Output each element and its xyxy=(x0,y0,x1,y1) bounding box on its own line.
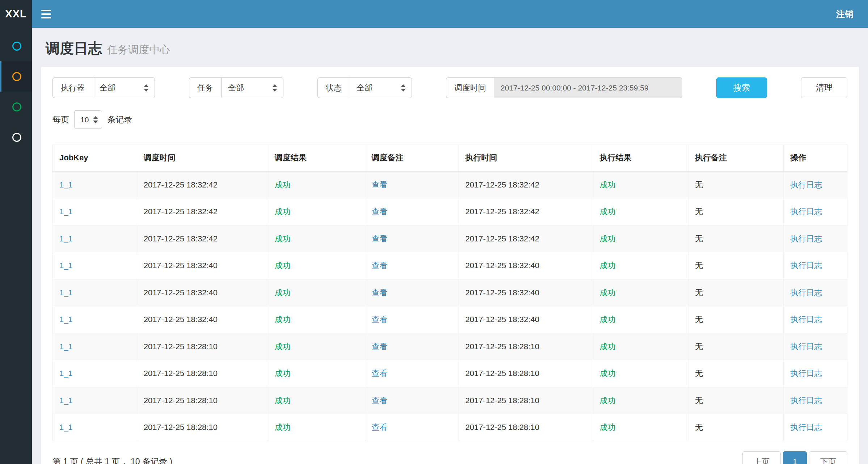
table-row: 1_1 2017-12-25 18:32:42 成功 查看 2017-12-25… xyxy=(53,225,847,252)
logout-link[interactable]: 注销 xyxy=(836,8,854,20)
trigger-msg-link[interactable]: 查看 xyxy=(372,396,388,405)
trigger-time-cell: 2017-12-25 18:32:40 xyxy=(137,252,268,279)
exec-log-link[interactable]: 执行日志 xyxy=(790,315,822,324)
col-handle-time: 执行时间 xyxy=(459,144,593,172)
trigger-msg-link[interactable]: 查看 xyxy=(372,423,388,432)
table-footer: 第 1 页 ( 总共 1 页， 10 条记录 ) 上页 1 下页 xyxy=(52,451,847,464)
jobkey-link[interactable]: 1_1 xyxy=(59,288,73,297)
executor-label: 执行器 xyxy=(52,77,93,98)
trigger-time-cell: 2017-12-25 18:32:40 xyxy=(137,279,268,306)
prev-page-button[interactable]: 上页 xyxy=(742,451,781,464)
exec-log-link[interactable]: 执行日志 xyxy=(790,288,822,297)
circle-o-icon xyxy=(12,42,21,51)
content-box: 执行器 全部 任务 全部 状态 全部 xyxy=(41,66,859,464)
table-row: 1_1 2017-12-25 18:32:40 成功 查看 2017-12-25… xyxy=(53,252,847,279)
trigger-result-cell: 成功 xyxy=(268,252,365,279)
pagination: 上页 1 下页 xyxy=(742,451,847,464)
col-jobkey: JobKey xyxy=(53,144,137,172)
sidebar-item-2[interactable] xyxy=(0,61,32,92)
job-select[interactable]: 全部 xyxy=(221,77,283,98)
handle-result-cell: 成功 xyxy=(593,414,688,441)
exec-log-link[interactable]: 执行日志 xyxy=(790,261,822,270)
filter-toolbar: 执行器 全部 任务 全部 状态 全部 xyxy=(52,77,847,98)
exec-log-link[interactable]: 执行日志 xyxy=(790,423,822,432)
jobkey-link[interactable]: 1_1 xyxy=(59,315,73,324)
filter-status-group: 状态 全部 xyxy=(317,77,412,98)
trigger-msg-link[interactable]: 查看 xyxy=(372,369,388,378)
jobkey-link[interactable]: 1_1 xyxy=(59,423,73,432)
trigger-msg-link[interactable]: 查看 xyxy=(372,207,388,216)
top-navbar: XXL 注销 xyxy=(0,0,868,28)
job-label: 任务 xyxy=(189,77,221,98)
jobkey-link[interactable]: 1_1 xyxy=(59,396,73,405)
trigger-result-cell: 成功 xyxy=(268,306,365,333)
app-logo[interactable]: XXL xyxy=(0,0,32,28)
time-range-input[interactable] xyxy=(494,77,682,98)
trigger-msg-link[interactable]: 查看 xyxy=(372,234,388,243)
executor-select[interactable]: 全部 xyxy=(93,77,155,98)
trigger-msg-link[interactable]: 查看 xyxy=(372,315,388,324)
current-page-button[interactable]: 1 xyxy=(783,451,807,464)
table-row: 1_1 2017-12-25 18:32:42 成功 查看 2017-12-25… xyxy=(53,171,847,198)
handle-time-cell: 2017-12-25 18:28:10 xyxy=(459,414,593,441)
jobkey-link[interactable]: 1_1 xyxy=(59,180,73,189)
page-title: 调度日志 xyxy=(46,39,102,58)
handle-msg-cell: 无 xyxy=(688,333,783,360)
sidebar-toggle-icon[interactable] xyxy=(32,0,60,28)
handle-time-cell: 2017-12-25 18:28:10 xyxy=(459,360,593,387)
table-row: 1_1 2017-12-25 18:28:10 成功 查看 2017-12-25… xyxy=(53,414,847,441)
handle-time-cell: 2017-12-25 18:28:10 xyxy=(459,387,593,414)
exec-log-link[interactable]: 执行日志 xyxy=(790,369,822,378)
handle-result-cell: 成功 xyxy=(593,198,688,225)
exec-log-link[interactable]: 执行日志 xyxy=(790,234,822,243)
status-selected-value: 全部 xyxy=(357,83,372,93)
exec-log-link[interactable]: 执行日志 xyxy=(790,396,822,405)
sidebar-item-1[interactable] xyxy=(0,31,32,61)
status-select[interactable]: 全部 xyxy=(350,77,412,98)
handle-result-cell: 成功 xyxy=(593,387,688,414)
trigger-msg-link[interactable]: 查看 xyxy=(372,288,388,297)
next-page-button[interactable]: 下页 xyxy=(809,451,847,464)
page-header: 调度日志 任务调度中心 xyxy=(41,28,859,66)
exec-log-link[interactable]: 执行日志 xyxy=(790,342,822,351)
page-size-select[interactable]: 10 xyxy=(74,110,102,129)
jobkey-link[interactable]: 1_1 xyxy=(59,234,73,243)
status-label: 状态 xyxy=(317,77,350,98)
exec-log-link[interactable]: 执行日志 xyxy=(790,180,822,189)
trigger-result-cell: 成功 xyxy=(268,360,365,387)
trigger-time-cell: 2017-12-25 18:28:10 xyxy=(137,387,268,414)
jobkey-link[interactable]: 1_1 xyxy=(59,369,73,378)
search-button[interactable]: 搜索 xyxy=(716,77,767,98)
trigger-result-cell: 成功 xyxy=(268,333,365,360)
clear-button[interactable]: 清理 xyxy=(801,77,847,98)
sidebar-item-3[interactable] xyxy=(0,92,32,122)
col-handle-msg: 执行备注 xyxy=(688,144,783,172)
table-row: 1_1 2017-12-25 18:32:40 成功 查看 2017-12-25… xyxy=(53,279,847,306)
select-arrows-icon xyxy=(93,116,98,123)
executor-selected-value: 全部 xyxy=(100,83,115,93)
filter-executor-group: 执行器 全部 xyxy=(52,77,155,98)
handle-result-cell: 成功 xyxy=(593,225,688,252)
exec-log-link[interactable]: 执行日志 xyxy=(790,207,822,216)
handle-result-cell: 成功 xyxy=(593,171,688,198)
sidebar-item-4[interactable] xyxy=(0,122,32,152)
handle-time-cell: 2017-12-25 18:32:40 xyxy=(459,252,593,279)
select-arrows-icon xyxy=(144,84,149,92)
handle-msg-cell: 无 xyxy=(688,387,783,414)
jobkey-link[interactable]: 1_1 xyxy=(59,261,73,270)
col-trigger-time: 调度时间 xyxy=(137,144,268,172)
main-content: 调度日志 任务调度中心 执行器 全部 任务 全部 状态 xyxy=(32,0,868,464)
trigger-msg-link[interactable]: 查看 xyxy=(372,261,388,270)
trigger-result-cell: 成功 xyxy=(268,225,365,252)
trigger-time-cell: 2017-12-25 18:28:10 xyxy=(137,414,268,441)
trigger-time-cell: 2017-12-25 18:32:42 xyxy=(137,198,268,225)
trigger-msg-link[interactable]: 查看 xyxy=(372,342,388,351)
table-header-row: JobKey 调度时间 调度结果 调度备注 执行时间 执行结果 执行备注 操作 xyxy=(53,144,847,172)
jobkey-link[interactable]: 1_1 xyxy=(59,207,73,216)
trigger-msg-link[interactable]: 查看 xyxy=(372,180,388,189)
select-arrows-icon xyxy=(401,84,406,92)
jobkey-link[interactable]: 1_1 xyxy=(59,342,73,351)
col-trigger-msg: 调度备注 xyxy=(365,144,459,172)
handle-msg-cell: 无 xyxy=(688,360,783,387)
handle-result-cell: 成功 xyxy=(593,360,688,387)
